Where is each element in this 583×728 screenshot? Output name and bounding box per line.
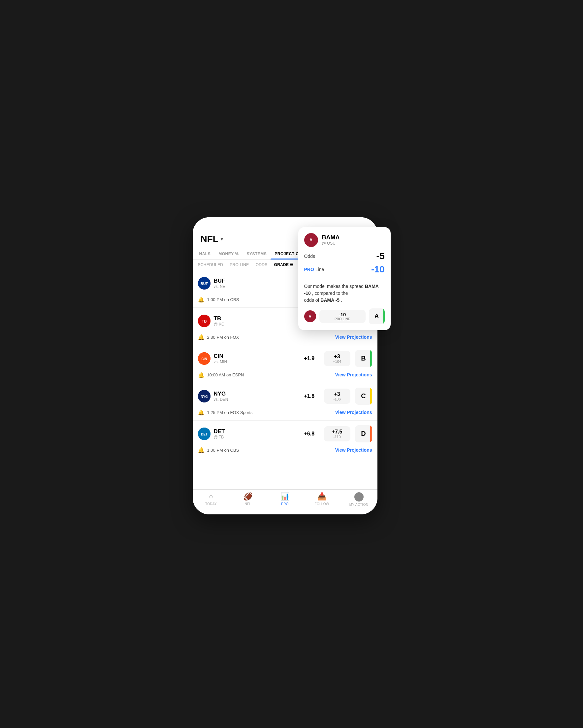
team-abbr-nyg: NYG [214, 391, 301, 397]
grade-bar-det [370, 425, 372, 442]
view-projections-nyg[interactable]: View Projections [335, 410, 372, 415]
tooltip-proline-row: PRO Line -10 [304, 264, 385, 275]
tooltip-team-name: BAMA [322, 234, 340, 241]
subnav-scheduled[interactable]: SCHEDULED [198, 262, 223, 267]
grade-bar-nyg [370, 388, 372, 405]
svg-text:BUF: BUF [200, 282, 208, 286]
bell-icon-buf[interactable]: 🔔 [198, 296, 204, 303]
svg-text:TB: TB [202, 319, 206, 323]
svg-text:DET: DET [201, 433, 207, 436]
proline-box-cin: +3 +104 [324, 351, 351, 366]
nav-follow[interactable]: 📥 FOLLOW [304, 492, 340, 506]
grade-box-cin: B [355, 350, 372, 367]
schedule-time-nyg: 🔔 1:25 PM on FOX Sports [198, 409, 253, 416]
bell-icon-tb[interactable]: 🔔 [198, 334, 204, 340]
team-logo-det: DET [198, 427, 211, 440]
team-logo-tb: TB [198, 315, 211, 327]
grade-bar-cin [370, 350, 372, 367]
svg-text:CIN: CIN [201, 357, 207, 361]
team-opp-cin: vs. MIN [214, 360, 301, 364]
odds-nyg: +1.8 [304, 393, 317, 399]
game-item-nyg: NYG NYG vs. DEN +1.8 +3 -106 [193, 383, 378, 421]
game-item-det: DET DET @ TB +6.8 +7.5 -110 [193, 421, 378, 458]
nav-pro[interactable]: 📊 PRO [267, 492, 304, 506]
team-abbr-det: DET [214, 428, 301, 435]
game-item-cin: CIN CIN vs. MIN +1.9 +3 +104 [193, 345, 378, 383]
today-icon: ○ [209, 492, 213, 501]
team-opp-tb: @ KC [214, 322, 301, 327]
bama-logo-sm: A [304, 310, 316, 322]
tooltip-team-opp: @ OSU [322, 241, 340, 245]
tab-money[interactable]: MONEY % [215, 248, 243, 260]
schedule-time-cin: 🔔 10:00 AM on ESPN [198, 372, 244, 378]
team-opp-buf: vs. NE [214, 284, 301, 289]
team-info-tb: TB @ KC [214, 315, 301, 327]
team-info-det: DET @ TB [214, 428, 301, 439]
tooltip-team-info: BAMA @ OSU [322, 234, 340, 245]
tooltip-odds-label: Odds [304, 254, 315, 259]
team-logo-buf: BUF [198, 277, 211, 290]
chevron-down-icon: ▾ [220, 236, 223, 242]
team-abbr-tb: TB [214, 315, 301, 322]
follow-icon: 📥 [317, 492, 326, 501]
nav-today[interactable]: ○ TODAY [193, 492, 230, 506]
team-opp-nyg: vs. DEN [214, 397, 301, 402]
bottom-nav: ○ TODAY 🏈 NFL 📊 PRO 📥 FOLLOW MY AC [193, 489, 378, 514]
scene: NFL ▾ i NALS MONEY % SYSTEMS [193, 207, 391, 521]
bell-icon-cin[interactable]: 🔔 [198, 372, 204, 378]
team-abbr-buf: BUF [214, 278, 301, 284]
team-opp-det: @ TB [214, 435, 301, 439]
odds-cin: +1.9 [304, 356, 317, 362]
tooltip-footer: A -10 PRO LINE A [304, 308, 385, 324]
schedule-time-det: 🔔 1:00 PM on CBS [198, 447, 239, 453]
pro-icon: 📊 [280, 492, 289, 501]
view-projections-tb[interactable]: View Projections [335, 334, 372, 340]
proline-box-nyg: +3 -106 [324, 389, 351, 404]
view-projections-cin[interactable]: View Projections [335, 372, 372, 378]
bell-icon-nyg[interactable]: 🔔 [198, 409, 204, 416]
follow-label: FOLLOW [314, 502, 329, 506]
tab-systems[interactable]: SYSTEMS [243, 248, 271, 260]
tooltip-proline-label: PRO Line [304, 267, 324, 272]
proline-box-det: +7.5 -110 [324, 426, 351, 441]
subnav-grade[interactable]: GRADE ☰ [274, 262, 294, 267]
tooltip-popup: A BAMA @ OSU Odds -5 PRO Line -10 Our mo… [298, 227, 391, 330]
myaction-label: MY ACTION [350, 503, 368, 506]
grade-box-nyg: C [355, 388, 372, 405]
odds-det: +6.8 [304, 431, 317, 437]
tooltip-body: Our model makes the spread BAMA -10 , co… [304, 283, 385, 304]
nav-myaction[interactable]: MY ACTION [340, 492, 378, 506]
team-info-cin: CIN vs. MIN [214, 353, 301, 364]
tooltip-proline-box: -10 PRO LINE [320, 310, 366, 323]
schedule-time-buf: 🔔 1:00 PM on CBS [198, 296, 239, 303]
filter-icon: GRADE ☰ [274, 262, 294, 267]
team-logo-nyg: NYG [198, 390, 211, 402]
bama-logo: A [304, 233, 318, 247]
team-info-nyg: NYG vs. DEN [214, 391, 301, 402]
schedule-time-tb: 🔔 2:30 PM on FOX [198, 334, 239, 340]
tooltip-odds-row: Odds -5 [304, 251, 385, 261]
avatar-icon [354, 492, 364, 501]
subnav-proline[interactable]: PRO LINE [230, 262, 249, 267]
team-abbr-cin: CIN [214, 353, 301, 360]
grade-box-det: D [355, 425, 372, 442]
tooltip-grade-box: A [369, 308, 385, 324]
title-text: NFL [201, 234, 218, 244]
tooltip-header: A BAMA @ OSU [304, 233, 385, 247]
subnav-odds[interactable]: ODDS [256, 262, 268, 267]
view-projections-det[interactable]: View Projections [335, 447, 372, 453]
svg-text:NYG: NYG [201, 395, 208, 398]
team-logo-cin: CIN [198, 352, 211, 365]
nfl-label: NFL [245, 502, 251, 506]
nfl-icon: 🏈 [244, 492, 252, 501]
app-title[interactable]: NFL ▾ [201, 234, 223, 244]
tooltip-proline-value: -10 [371, 264, 384, 275]
pro-label: PRO [281, 502, 289, 506]
nav-nfl[interactable]: 🏈 NFL [230, 492, 267, 506]
team-info-buf: BUF vs. NE [214, 278, 301, 289]
tooltip-divider [304, 279, 385, 279]
tooltip-odds-value: -5 [377, 251, 385, 261]
today-label: TODAY [205, 502, 217, 506]
bell-icon-det[interactable]: 🔔 [198, 447, 204, 453]
tab-nals[interactable]: NALS [195, 248, 215, 260]
